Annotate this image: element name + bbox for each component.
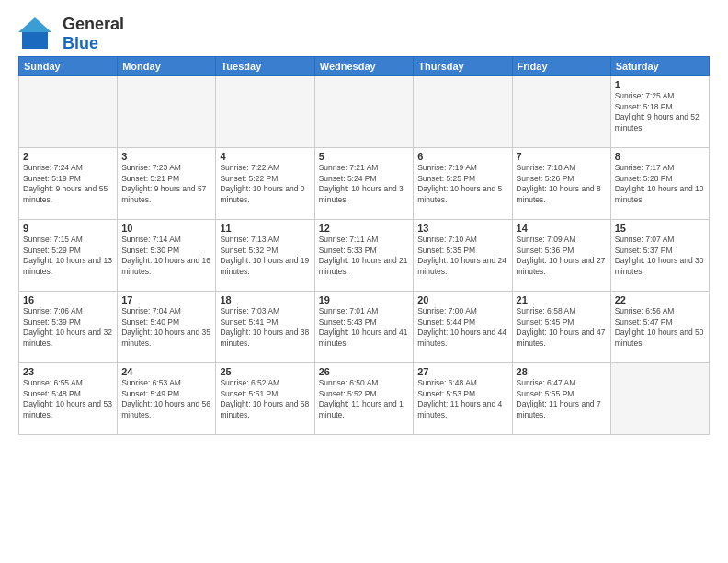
- day-number: 12: [319, 223, 410, 234]
- day-info: Sunrise: 7:15 AM Sunset: 5:29 PM Dayligh…: [23, 235, 113, 277]
- calendar-cell: 28Sunrise: 6:47 AM Sunset: 5:55 PM Dayli…: [512, 363, 610, 435]
- day-number: 16: [23, 294, 113, 305]
- calendar-cell: [414, 76, 512, 148]
- calendar-cell: 2Sunrise: 7:24 AM Sunset: 5:19 PM Daylig…: [19, 148, 118, 220]
- weekday-header-saturday: Saturday: [610, 57, 709, 76]
- day-info: Sunrise: 7:21 AM Sunset: 5:24 PM Dayligh…: [319, 163, 410, 205]
- calendar-cell: [19, 76, 118, 148]
- calendar-cell: 18Sunrise: 7:03 AM Sunset: 5:41 PM Dayli…: [216, 292, 314, 363]
- logo-icon: [18, 16, 59, 52]
- logo: GeneralBlue: [18, 15, 124, 52]
- day-number: 11: [220, 223, 310, 234]
- day-info: Sunrise: 7:04 AM Sunset: 5:40 PM Dayligh…: [121, 306, 211, 349]
- day-number: 27: [417, 366, 507, 377]
- day-info: Sunrise: 6:55 AM Sunset: 5:48 PM Dayligh…: [23, 378, 113, 420]
- day-info: Sunrise: 6:52 AM Sunset: 5:51 PM Dayligh…: [220, 378, 310, 420]
- calendar-week-5: 23Sunrise: 6:55 AM Sunset: 5:48 PM Dayli…: [19, 363, 710, 435]
- day-number: 7: [517, 151, 607, 162]
- calendar-cell: 15Sunrise: 7:07 AM Sunset: 5:37 PM Dayli…: [610, 220, 709, 292]
- day-number: 21: [517, 294, 607, 305]
- logo-blue: Blue: [63, 34, 124, 53]
- calendar-cell: 26Sunrise: 6:50 AM Sunset: 5:52 PM Dayli…: [314, 363, 414, 435]
- day-number: 19: [319, 294, 410, 305]
- day-info: Sunrise: 7:25 AM Sunset: 5:18 PM Dayligh…: [615, 91, 705, 133]
- day-number: 28: [517, 366, 607, 377]
- day-info: Sunrise: 7:19 AM Sunset: 5:25 PM Dayligh…: [417, 163, 507, 205]
- calendar-week-1: 1Sunrise: 7:25 AM Sunset: 5:18 PM Daylig…: [19, 76, 710, 148]
- weekday-header-sunday: Sunday: [19, 57, 118, 76]
- logo-general: General: [63, 15, 124, 34]
- calendar-cell: 17Sunrise: 7:04 AM Sunset: 5:40 PM Dayli…: [118, 292, 216, 363]
- day-number: 13: [417, 223, 507, 234]
- calendar-cell: 25Sunrise: 6:52 AM Sunset: 5:51 PM Dayli…: [216, 363, 314, 435]
- day-number: 4: [220, 151, 310, 162]
- day-number: 17: [121, 294, 211, 305]
- calendar-cell: 24Sunrise: 6:53 AM Sunset: 5:49 PM Dayli…: [118, 363, 216, 435]
- svg-rect-0: [22, 30, 48, 49]
- day-info: Sunrise: 7:11 AM Sunset: 5:33 PM Dayligh…: [319, 235, 410, 277]
- weekday-header-thursday: Thursday: [414, 57, 512, 76]
- calendar-table: SundayMondayTuesdayWednesdayThursdayFrid…: [18, 56, 710, 435]
- calendar-cell: 23Sunrise: 6:55 AM Sunset: 5:48 PM Dayli…: [19, 363, 118, 435]
- day-number: 6: [417, 151, 507, 162]
- svg-marker-1: [18, 17, 51, 32]
- day-info: Sunrise: 7:09 AM Sunset: 5:36 PM Dayligh…: [517, 235, 607, 277]
- weekday-header-wednesday: Wednesday: [314, 57, 414, 76]
- calendar-cell: 12Sunrise: 7:11 AM Sunset: 5:33 PM Dayli…: [314, 220, 414, 292]
- calendar-cell: 22Sunrise: 6:56 AM Sunset: 5:47 PM Dayli…: [610, 292, 709, 363]
- calendar-cell: [610, 363, 709, 435]
- calendar-cell: 11Sunrise: 7:13 AM Sunset: 5:32 PM Dayli…: [216, 220, 314, 292]
- day-info: Sunrise: 6:47 AM Sunset: 5:55 PM Dayligh…: [517, 378, 607, 420]
- day-info: Sunrise: 7:06 AM Sunset: 5:39 PM Dayligh…: [23, 306, 113, 349]
- day-info: Sunrise: 6:53 AM Sunset: 5:49 PM Dayligh…: [121, 378, 211, 420]
- calendar-cell: 14Sunrise: 7:09 AM Sunset: 5:36 PM Dayli…: [512, 220, 610, 292]
- calendar-cell: 8Sunrise: 7:17 AM Sunset: 5:28 PM Daylig…: [610, 148, 709, 220]
- calendar-cell: [512, 76, 610, 148]
- day-number: 14: [517, 223, 607, 234]
- calendar-week-3: 9Sunrise: 7:15 AM Sunset: 5:29 PM Daylig…: [19, 220, 710, 292]
- calendar-cell: [216, 76, 314, 148]
- day-info: Sunrise: 7:07 AM Sunset: 5:37 PM Dayligh…: [615, 235, 705, 277]
- calendar-cell: 19Sunrise: 7:01 AM Sunset: 5:43 PM Dayli…: [314, 292, 414, 363]
- calendar-cell: 20Sunrise: 7:00 AM Sunset: 5:44 PM Dayli…: [414, 292, 512, 363]
- weekday-header-monday: Monday: [118, 57, 216, 76]
- calendar-week-4: 16Sunrise: 7:06 AM Sunset: 5:39 PM Dayli…: [19, 292, 710, 363]
- day-number: 3: [121, 151, 211, 162]
- day-info: Sunrise: 6:58 AM Sunset: 5:45 PM Dayligh…: [517, 306, 607, 349]
- calendar-cell: [118, 76, 216, 148]
- calendar-cell: 13Sunrise: 7:10 AM Sunset: 5:35 PM Dayli…: [414, 220, 512, 292]
- calendar-cell: 9Sunrise: 7:15 AM Sunset: 5:29 PM Daylig…: [19, 220, 118, 292]
- day-info: Sunrise: 7:22 AM Sunset: 5:22 PM Dayligh…: [220, 163, 310, 205]
- calendar-cell: 1Sunrise: 7:25 AM Sunset: 5:18 PM Daylig…: [610, 76, 709, 148]
- day-number: 18: [220, 294, 310, 305]
- calendar-cell: 7Sunrise: 7:18 AM Sunset: 5:26 PM Daylig…: [512, 148, 610, 220]
- day-info: Sunrise: 6:50 AM Sunset: 5:52 PM Dayligh…: [319, 378, 410, 420]
- calendar-cell: 10Sunrise: 7:14 AM Sunset: 5:30 PM Dayli…: [118, 220, 216, 292]
- day-number: 9: [23, 223, 113, 234]
- day-number: 25: [220, 366, 310, 377]
- calendar-header-row: SundayMondayTuesdayWednesdayThursdayFrid…: [19, 57, 710, 76]
- day-info: Sunrise: 6:56 AM Sunset: 5:47 PM Dayligh…: [615, 306, 705, 349]
- day-number: 15: [615, 223, 705, 234]
- calendar-cell: 5Sunrise: 7:21 AM Sunset: 5:24 PM Daylig…: [314, 148, 414, 220]
- day-number: 8: [615, 151, 705, 162]
- day-number: 24: [121, 366, 211, 377]
- header: GeneralBlue: [18, 15, 710, 52]
- day-info: Sunrise: 6:48 AM Sunset: 5:53 PM Dayligh…: [417, 378, 507, 420]
- day-number: 10: [121, 223, 211, 234]
- day-number: 26: [319, 366, 410, 377]
- page: GeneralBlue SundayMondayTuesdayWednesday…: [0, 0, 728, 563]
- day-info: Sunrise: 7:01 AM Sunset: 5:43 PM Dayligh…: [319, 306, 410, 349]
- day-info: Sunrise: 7:13 AM Sunset: 5:32 PM Dayligh…: [220, 235, 310, 277]
- day-info: Sunrise: 7:18 AM Sunset: 5:26 PM Dayligh…: [517, 163, 607, 205]
- day-info: Sunrise: 7:14 AM Sunset: 5:30 PM Dayligh…: [121, 235, 211, 277]
- calendar-cell: 27Sunrise: 6:48 AM Sunset: 5:53 PM Dayli…: [414, 363, 512, 435]
- day-number: 1: [615, 79, 705, 90]
- day-info: Sunrise: 7:03 AM Sunset: 5:41 PM Dayligh…: [220, 306, 310, 349]
- calendar-cell: 16Sunrise: 7:06 AM Sunset: 5:39 PM Dayli…: [19, 292, 118, 363]
- day-info: Sunrise: 7:10 AM Sunset: 5:35 PM Dayligh…: [417, 235, 507, 277]
- calendar-cell: 6Sunrise: 7:19 AM Sunset: 5:25 PM Daylig…: [414, 148, 512, 220]
- day-info: Sunrise: 7:17 AM Sunset: 5:28 PM Dayligh…: [615, 163, 705, 205]
- calendar-cell: 4Sunrise: 7:22 AM Sunset: 5:22 PM Daylig…: [216, 148, 314, 220]
- day-number: 5: [319, 151, 410, 162]
